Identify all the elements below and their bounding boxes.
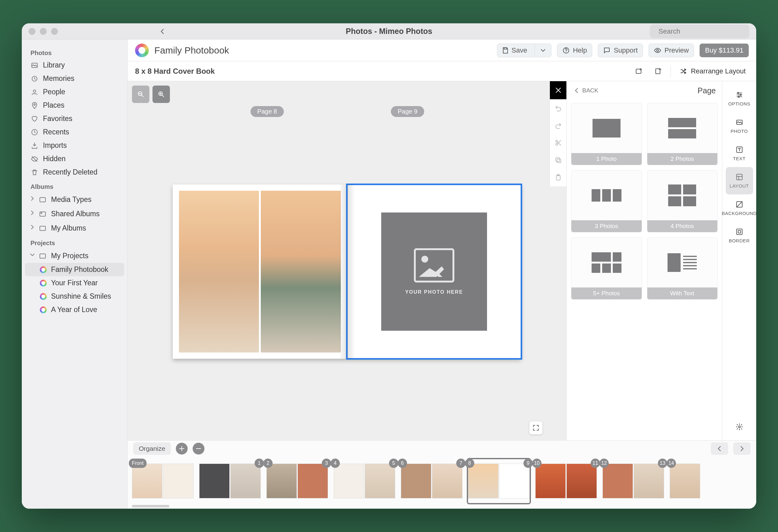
back-button[interactable]: [156, 25, 169, 38]
thumb-spread[interactable]: 23: [266, 459, 328, 503]
add-photo-button[interactable]: [632, 64, 646, 78]
zoom-in-button[interactable]: [153, 86, 170, 103]
sidebar-item-shared-albums[interactable]: Shared Albums: [25, 206, 124, 221]
search-input[interactable]: [658, 27, 745, 36]
photo-slot[interactable]: [261, 191, 341, 352]
edit-strip: [550, 81, 566, 186]
redo-button[interactable]: [550, 117, 566, 134]
thumb-spread[interactable]: 67: [401, 459, 462, 503]
next-page-button[interactable]: [733, 442, 751, 455]
sidebar-item-label: Imports: [43, 141, 67, 150]
close-icon: [555, 86, 562, 94]
album-icon: [38, 224, 47, 232]
remove-spread-button[interactable]: [192, 443, 205, 454]
plus-icon: [178, 445, 185, 452]
support-button[interactable]: Support: [598, 43, 643, 57]
thumb-spread[interactable]: 1011: [535, 459, 597, 503]
photo-slot[interactable]: [179, 191, 259, 352]
save-dropdown[interactable]: [535, 44, 551, 57]
mimeo-logo-icon: [135, 43, 149, 57]
thumb-spread-selected[interactable]: 89: [468, 459, 530, 503]
sidebar-item-my-projects[interactable]: My Projects: [25, 249, 124, 263]
scrollbar[interactable]: [128, 504, 756, 509]
preview-button[interactable]: Preview: [648, 43, 694, 57]
rearrange-layout-button[interactable]: Rearrange Layout: [677, 67, 749, 75]
text-icon: [736, 146, 743, 153]
tool-options[interactable]: OPTIONS: [726, 85, 753, 112]
sidebar-item-memories[interactable]: Memories: [25, 72, 124, 85]
border-icon: [736, 228, 743, 236]
tool-background[interactable]: BACKGROUND: [726, 194, 753, 222]
layout-caption: 1 Photo: [571, 153, 642, 165]
add-page-button[interactable]: [651, 64, 665, 78]
chevron-right-icon: [29, 195, 34, 204]
thumb-front-cover[interactable]: Front: [132, 459, 193, 503]
tool-border[interactable]: BORDER: [726, 222, 753, 249]
sidebar-item-label: My Albums: [51, 224, 86, 233]
thumb-spread[interactable]: 1: [199, 459, 261, 503]
paste-button[interactable]: [550, 169, 566, 186]
zoom-window-icon[interactable]: [51, 28, 58, 35]
add-spread-button[interactable]: [176, 443, 188, 454]
sidebar-item-hidden[interactable]: Hidden: [25, 152, 124, 166]
zoom-out-button[interactable]: [132, 86, 149, 103]
minimize-window-icon[interactable]: [40, 28, 47, 35]
panel-back-button[interactable]: BACK: [573, 87, 599, 94]
people-icon: [30, 88, 38, 96]
sidebar-header-albums: Albums: [25, 179, 124, 192]
layout-option-with-text[interactable]: With Text: [647, 237, 718, 299]
photo-placeholder[interactable]: YOUR PHOTO HERE: [381, 212, 487, 331]
tool-label: OPTIONS: [728, 101, 750, 106]
buy-button[interactable]: Buy $113.91: [700, 43, 749, 57]
thumb-spread[interactable]: 1213: [603, 459, 664, 503]
close-window-icon[interactable]: [29, 28, 35, 35]
thumb-spread[interactable]: 45: [334, 459, 395, 503]
sidebar-item-media-types[interactable]: Media Types: [25, 192, 124, 206]
thumb-spread[interactable]: 14: [670, 459, 700, 503]
redo-icon: [555, 122, 562, 129]
project-toolbar: Family Photobook Save Help Support Previ…: [128, 39, 756, 61]
organize-button[interactable]: Organize: [133, 442, 171, 455]
help-icon: [562, 47, 570, 54]
layout-option-5-photos[interactable]: 5+ Photos: [571, 237, 642, 299]
close-panel-button[interactable]: [550, 81, 566, 99]
page-right[interactable]: YOUR PHOTO HERE: [347, 184, 521, 359]
layout-option-2-photos[interactable]: 2 Photos: [647, 103, 718, 165]
layout-option-3-photos[interactable]: 3 Photos: [571, 170, 642, 233]
help-button[interactable]: Help: [557, 43, 592, 57]
rearrange-label: Rearrange Layout: [691, 67, 746, 75]
search-field[interactable]: [650, 24, 749, 38]
minus-icon: [195, 445, 202, 452]
page-left[interactable]: [173, 184, 347, 359]
save-button[interactable]: Save: [497, 43, 551, 57]
sidebar-item-recents[interactable]: Recents: [25, 125, 124, 139]
sidebar-item-places[interactable]: Places: [25, 99, 124, 112]
tool-layout[interactable]: LAYOUT: [726, 167, 753, 194]
layout-option-4-photos[interactable]: 4 Photos: [647, 170, 718, 233]
undo-button[interactable]: [550, 99, 566, 117]
copy-button[interactable]: [550, 152, 566, 169]
sidebar-item-people[interactable]: People: [25, 85, 124, 99]
sidebar-item-recently-deleted[interactable]: Recently Deleted: [25, 166, 124, 179]
sidebar-item-your-first-year[interactable]: Your First Year: [25, 276, 124, 290]
svg-rect-10: [40, 254, 46, 258]
layout-option-1-photo[interactable]: 1 Photo: [571, 103, 642, 165]
sidebar-item-year-of-love[interactable]: A Year of Love: [25, 303, 124, 317]
sidebar-item-favorites[interactable]: Favorites: [25, 112, 124, 125]
sidebar-item-label: A Year of Love: [51, 305, 97, 314]
tool-photo[interactable]: PHOTO: [726, 112, 753, 140]
sidebar-item-my-albums[interactable]: My Albums: [25, 221, 124, 235]
tool-text[interactable]: TEXT: [726, 140, 753, 167]
settings-button[interactable]: [731, 419, 747, 435]
chevron-left-icon: [716, 445, 723, 452]
support-label: Support: [614, 47, 638, 55]
sidebar-item-library[interactable]: Library: [25, 59, 124, 72]
sidebar-item-family-photobook[interactable]: Family Photobook: [25, 263, 124, 276]
cut-button[interactable]: [550, 134, 566, 152]
fullscreen-button[interactable]: [529, 421, 543, 435]
sidebar-item-imports[interactable]: Imports: [25, 139, 124, 152]
book-spread: YOUR PHOTO HERE: [173, 184, 521, 359]
prev-page-button[interactable]: [711, 442, 728, 455]
sidebar-item-sunshine-smiles[interactable]: Sunshine & Smiles: [25, 290, 124, 303]
thumbnail-strip[interactable]: Front 1 23 45 67 89 1011 1213 14: [128, 457, 756, 504]
